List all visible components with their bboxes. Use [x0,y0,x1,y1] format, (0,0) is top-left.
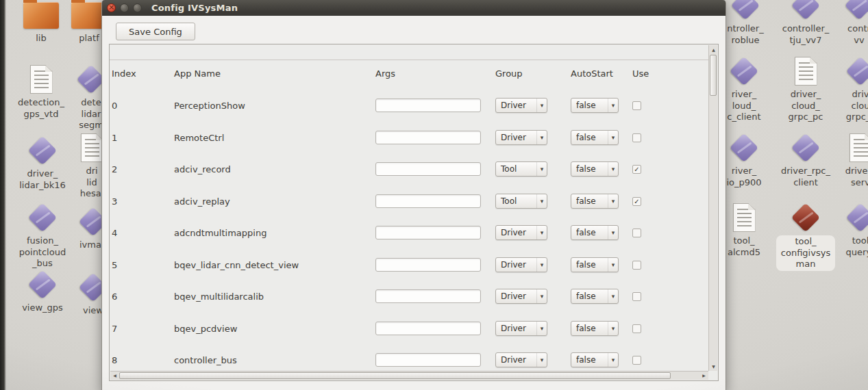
autostart-select[interactable]: false [571,98,619,113]
scroll-down-icon[interactable] [709,362,718,371]
config-window: Config IVSysMan Save Config IndexApp Nam… [101,0,726,390]
maximize-button[interactable] [133,3,142,12]
folder-icon [23,2,59,29]
args-input[interactable] [375,162,481,176]
chevron-down-icon [536,353,547,367]
app-diamond-icon [731,0,760,20]
group-select-value: Tool [496,196,536,206]
app-diamond-icon [845,0,868,20]
autostart-select-value: false [571,164,608,174]
group-select[interactable]: Driver [495,289,547,304]
minimize-button[interactable] [120,3,129,12]
chevron-down-icon [536,99,547,112]
row-app-name: adcndtmultimapping [174,225,266,242]
group-select[interactable]: Driver [495,225,547,240]
document-icon [81,133,103,162]
scroll-right-icon[interactable] [699,371,708,380]
icon-label: driver_ serv [845,166,868,188]
table-row: 7 bqev_pcdview Driver false [110,321,718,337]
chevron-down-icon [608,258,618,272]
autostart-select[interactable]: false [571,194,619,209]
icon-label: driver_rpc_ client [781,166,830,188]
scroll-up-icon[interactable] [709,45,718,54]
scroll-left-icon[interactable] [110,371,119,380]
args-input[interactable] [375,322,481,335]
desktop-icon[interactable]: tool queryr [831,201,868,258]
group-select-value: Driver [496,133,536,142]
row-index: 7 [112,321,117,337]
app-diamond-icon [791,133,820,162]
desktop-icon[interactable]: driver_rpc_ client [776,131,835,188]
horizontal-scroll-thumb[interactable] [119,372,671,379]
use-checkbox[interactable] [632,197,641,206]
table-row: 6 bqev_multilidarcalib Driver false [110,289,718,305]
document-icon [733,203,756,232]
use-checkbox[interactable] [632,324,641,333]
app-diamond-icon [730,57,758,86]
horizontal-scrollbar[interactable] [110,371,708,380]
args-input[interactable] [375,353,481,367]
autostart-select-value: false [571,101,608,110]
save-config-button[interactable]: Save Config [116,23,195,40]
window-title: Config IVSysMan [151,3,238,13]
desktop-icon[interactable]: tool_ configivsys man [776,201,835,271]
use-checkbox[interactable] [632,229,641,237]
table-row: 3 adciv_replay Tool false [110,194,718,210]
chevron-down-icon [536,258,547,272]
icon-label: river_ io_p900 [726,166,761,188]
use-checkbox[interactable] [632,101,641,110]
args-input[interactable] [375,131,481,144]
app-diamond-icon [28,136,57,165]
group-select[interactable]: Driver [495,352,547,367]
table-row: 5 bqev_lidar_cnn_detect_view Driver fals… [110,257,718,274]
icon-label: driver_ lidar_bk16 [19,168,66,191]
args-input[interactable] [375,226,481,239]
autostart-select[interactable]: false [571,257,619,272]
desktop-icon[interactable]: contr vv [830,0,868,46]
use-checkbox[interactable] [632,292,641,301]
chevron-down-icon [608,131,618,144]
group-select[interactable]: Driver [495,257,547,272]
group-select[interactable]: Tool [495,161,547,177]
autostart-select-value: false [571,324,608,333]
args-input[interactable] [375,99,481,112]
window-titlebar[interactable]: Config IVSysMan [102,0,726,16]
autostart-select[interactable]: false [571,289,619,304]
group-select[interactable]: Tool [495,194,547,209]
chevron-down-icon [536,162,547,176]
group-select[interactable]: Driver [495,321,547,336]
desktop-icon[interactable]: driver_ cloud_ grpc_pc [776,55,835,123]
icon-label: controller_ tju_vv7 [782,23,830,46]
desktop-icon[interactable]: controller_ tju_vv7 [776,0,835,46]
row-index: 3 [112,194,117,210]
row-index: 8 [112,352,117,369]
row-index: 6 [112,289,117,305]
desktop-icon[interactable]: driver_ serv [831,131,868,188]
desktop-icon[interactable]: driv clou grpc_s [831,55,868,123]
use-checkbox[interactable] [632,133,641,142]
use-checkbox[interactable] [632,356,641,365]
chevron-down-icon [536,226,547,239]
icon-label: driv clou grpc_s [846,89,868,123]
vertical-scroll-thumb[interactable] [710,55,717,96]
vertical-scrollbar[interactable] [708,45,717,371]
args-input[interactable] [375,258,481,272]
args-input[interactable] [375,289,481,303]
use-checkbox[interactable] [632,261,641,270]
use-checkbox[interactable] [632,165,641,174]
group-select-value: Driver [496,101,536,110]
icon-label: platf [79,33,99,44]
group-select-value: Driver [496,260,536,270]
autostart-select[interactable]: false [571,130,619,145]
group-select-value: Driver [496,324,536,333]
group-select[interactable]: Driver [495,130,547,145]
autostart-select[interactable]: false [571,352,619,367]
autostart-select[interactable]: false [571,225,619,240]
table-row: 4 adcndtmultimapping Driver false [110,225,718,242]
autostart-select[interactable]: false [571,161,619,177]
group-select[interactable]: Driver [495,98,547,113]
chevron-down-icon [608,162,618,176]
args-input[interactable] [375,194,481,208]
close-button[interactable] [107,3,116,12]
autostart-select[interactable]: false [571,321,619,336]
